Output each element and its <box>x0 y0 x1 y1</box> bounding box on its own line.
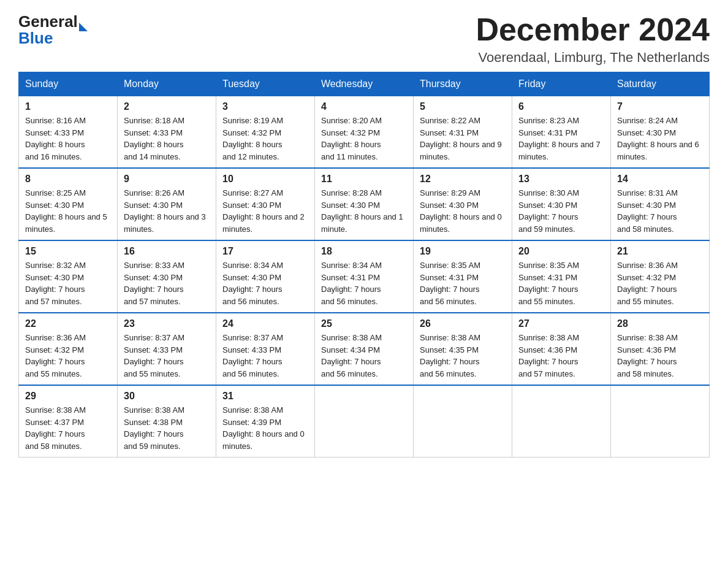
calendar-cell: 31Sunrise: 8:38 AMSunset: 4:39 PMDayligh… <box>216 385 315 458</box>
day-info: Sunrise: 8:37 AMSunset: 4:33 PMDaylight:… <box>222 332 308 380</box>
calendar-cell: 29Sunrise: 8:38 AMSunset: 4:37 PMDayligh… <box>19 385 118 458</box>
day-number: 25 <box>321 318 407 329</box>
weekday-header-tuesday: Tuesday <box>216 72 315 96</box>
day-number: 22 <box>25 318 111 329</box>
day-info: Sunrise: 8:27 AMSunset: 4:30 PMDaylight:… <box>222 187 308 235</box>
calendar-cell: 25Sunrise: 8:38 AMSunset: 4:34 PMDayligh… <box>315 313 414 385</box>
calendar-cell: 26Sunrise: 8:38 AMSunset: 4:35 PMDayligh… <box>414 313 512 385</box>
day-number: 2 <box>124 101 210 112</box>
calendar-cell: 27Sunrise: 8:38 AMSunset: 4:36 PMDayligh… <box>512 313 611 385</box>
day-number: 7 <box>617 101 703 112</box>
day-info: Sunrise: 8:34 AMSunset: 4:30 PMDaylight:… <box>222 259 308 307</box>
day-info: Sunrise: 8:38 AMSunset: 4:37 PMDaylight:… <box>25 404 111 452</box>
day-info: Sunrise: 8:31 AMSunset: 4:30 PMDaylight:… <box>617 187 703 235</box>
day-info: Sunrise: 8:20 AMSunset: 4:32 PMDaylight:… <box>321 115 407 163</box>
day-number: 23 <box>124 318 210 329</box>
calendar-cell: 15Sunrise: 8:32 AMSunset: 4:30 PMDayligh… <box>19 240 118 313</box>
day-number: 21 <box>617 246 703 257</box>
day-info: Sunrise: 8:38 AMSunset: 4:39 PMDaylight:… <box>222 404 308 452</box>
day-number: 12 <box>420 174 506 185</box>
day-info: Sunrise: 8:24 AMSunset: 4:30 PMDaylight:… <box>617 115 703 163</box>
day-number: 14 <box>617 174 703 185</box>
calendar-cell: 6Sunrise: 8:23 AMSunset: 4:31 PMDaylight… <box>512 96 611 169</box>
day-info: Sunrise: 8:38 AMSunset: 4:34 PMDaylight:… <box>321 332 407 380</box>
day-number: 3 <box>222 101 308 112</box>
day-info: Sunrise: 8:18 AMSunset: 4:33 PMDaylight:… <box>124 115 210 163</box>
calendar-cell: 1Sunrise: 8:16 AMSunset: 4:33 PMDaylight… <box>19 96 118 169</box>
calendar-week-row: 1Sunrise: 8:16 AMSunset: 4:33 PMDaylight… <box>19 96 710 169</box>
calendar-cell: 18Sunrise: 8:34 AMSunset: 4:31 PMDayligh… <box>315 240 414 313</box>
day-number: 31 <box>222 391 308 402</box>
day-info: Sunrise: 8:22 AMSunset: 4:31 PMDaylight:… <box>420 115 506 163</box>
calendar-cell: 14Sunrise: 8:31 AMSunset: 4:30 PMDayligh… <box>611 168 710 240</box>
page-header: General Blue December 2024 Voerendaal, L… <box>18 12 710 66</box>
day-info: Sunrise: 8:36 AMSunset: 4:32 PMDaylight:… <box>25 332 111 380</box>
calendar-cell: 2Sunrise: 8:18 AMSunset: 4:33 PMDaylight… <box>118 96 216 169</box>
day-info: Sunrise: 8:25 AMSunset: 4:30 PMDaylight:… <box>25 187 111 235</box>
day-info: Sunrise: 8:35 AMSunset: 4:31 PMDaylight:… <box>420 259 506 307</box>
calendar-cell: 19Sunrise: 8:35 AMSunset: 4:31 PMDayligh… <box>414 240 512 313</box>
calendar-cell: 10Sunrise: 8:27 AMSunset: 4:30 PMDayligh… <box>216 168 315 240</box>
calendar-cell: 28Sunrise: 8:38 AMSunset: 4:36 PMDayligh… <box>611 313 710 385</box>
title-section: December 2024 Voerendaal, Limburg, The N… <box>476 12 710 66</box>
calendar-cell: 5Sunrise: 8:22 AMSunset: 4:31 PMDaylight… <box>414 96 512 169</box>
weekday-header-sunday: Sunday <box>19 72 118 96</box>
day-number: 15 <box>25 246 111 257</box>
day-info: Sunrise: 8:34 AMSunset: 4:31 PMDaylight:… <box>321 259 407 307</box>
calendar-cell: 9Sunrise: 8:26 AMSunset: 4:30 PMDaylight… <box>118 168 216 240</box>
calendar-cell: 23Sunrise: 8:37 AMSunset: 4:33 PMDayligh… <box>118 313 216 385</box>
calendar-cell: 3Sunrise: 8:19 AMSunset: 4:32 PMDaylight… <box>216 96 315 169</box>
day-info: Sunrise: 8:36 AMSunset: 4:32 PMDaylight:… <box>617 259 703 307</box>
logo-blue-text: Blue <box>18 29 88 48</box>
weekday-header-saturday: Saturday <box>611 72 710 96</box>
calendar-cell <box>414 385 512 458</box>
day-number: 28 <box>617 318 703 329</box>
day-number: 9 <box>124 174 210 185</box>
calendar-cell <box>611 385 710 458</box>
calendar-cell: 11Sunrise: 8:28 AMSunset: 4:30 PMDayligh… <box>315 168 414 240</box>
calendar-cell <box>315 385 414 458</box>
day-info: Sunrise: 8:16 AMSunset: 4:33 PMDaylight:… <box>25 115 111 163</box>
weekday-header-thursday: Thursday <box>414 72 512 96</box>
weekday-header-row: SundayMondayTuesdayWednesdayThursdayFrid… <box>19 72 710 96</box>
calendar-cell: 30Sunrise: 8:38 AMSunset: 4:38 PMDayligh… <box>118 385 216 458</box>
day-info: Sunrise: 8:26 AMSunset: 4:30 PMDaylight:… <box>124 187 210 235</box>
weekday-header-friday: Friday <box>512 72 611 96</box>
day-info: Sunrise: 8:19 AMSunset: 4:32 PMDaylight:… <box>222 115 308 163</box>
logo: General Blue <box>18 12 88 48</box>
calendar-cell: 17Sunrise: 8:34 AMSunset: 4:30 PMDayligh… <box>216 240 315 313</box>
day-number: 16 <box>124 246 210 257</box>
day-number: 27 <box>518 318 604 329</box>
day-info: Sunrise: 8:23 AMSunset: 4:31 PMDaylight:… <box>518 115 604 163</box>
day-info: Sunrise: 8:28 AMSunset: 4:30 PMDaylight:… <box>321 187 407 235</box>
calendar-cell: 22Sunrise: 8:36 AMSunset: 4:32 PMDayligh… <box>19 313 118 385</box>
day-number: 30 <box>124 391 210 402</box>
calendar-table: SundayMondayTuesdayWednesdayThursdayFrid… <box>18 72 710 458</box>
calendar-week-row: 29Sunrise: 8:38 AMSunset: 4:37 PMDayligh… <box>19 385 710 458</box>
day-number: 20 <box>518 246 604 257</box>
calendar-week-row: 22Sunrise: 8:36 AMSunset: 4:32 PMDayligh… <box>19 313 710 385</box>
day-number: 5 <box>420 101 506 112</box>
day-number: 19 <box>420 246 506 257</box>
day-info: Sunrise: 8:33 AMSunset: 4:30 PMDaylight:… <box>124 259 210 307</box>
day-info: Sunrise: 8:38 AMSunset: 4:38 PMDaylight:… <box>124 404 210 452</box>
day-number: 24 <box>222 318 308 329</box>
day-number: 6 <box>518 101 604 112</box>
day-info: Sunrise: 8:32 AMSunset: 4:30 PMDaylight:… <box>25 259 111 307</box>
calendar-week-row: 8Sunrise: 8:25 AMSunset: 4:30 PMDaylight… <box>19 168 710 240</box>
day-number: 8 <box>25 174 111 185</box>
day-number: 29 <box>25 391 111 402</box>
day-info: Sunrise: 8:38 AMSunset: 4:36 PMDaylight:… <box>617 332 703 380</box>
day-number: 1 <box>25 101 111 112</box>
month-title: December 2024 <box>476 12 710 47</box>
calendar-week-row: 15Sunrise: 8:32 AMSunset: 4:30 PMDayligh… <box>19 240 710 313</box>
day-number: 18 <box>321 246 407 257</box>
location-subtitle: Voerendaal, Limburg, The Netherlands <box>476 50 710 66</box>
day-number: 17 <box>222 246 308 257</box>
calendar-cell: 24Sunrise: 8:37 AMSunset: 4:33 PMDayligh… <box>216 313 315 385</box>
weekday-header-wednesday: Wednesday <box>315 72 414 96</box>
calendar-cell: 4Sunrise: 8:20 AMSunset: 4:32 PMDaylight… <box>315 96 414 169</box>
day-info: Sunrise: 8:38 AMSunset: 4:36 PMDaylight:… <box>518 332 604 380</box>
day-info: Sunrise: 8:37 AMSunset: 4:33 PMDaylight:… <box>124 332 210 380</box>
calendar-cell: 8Sunrise: 8:25 AMSunset: 4:30 PMDaylight… <box>19 168 118 240</box>
